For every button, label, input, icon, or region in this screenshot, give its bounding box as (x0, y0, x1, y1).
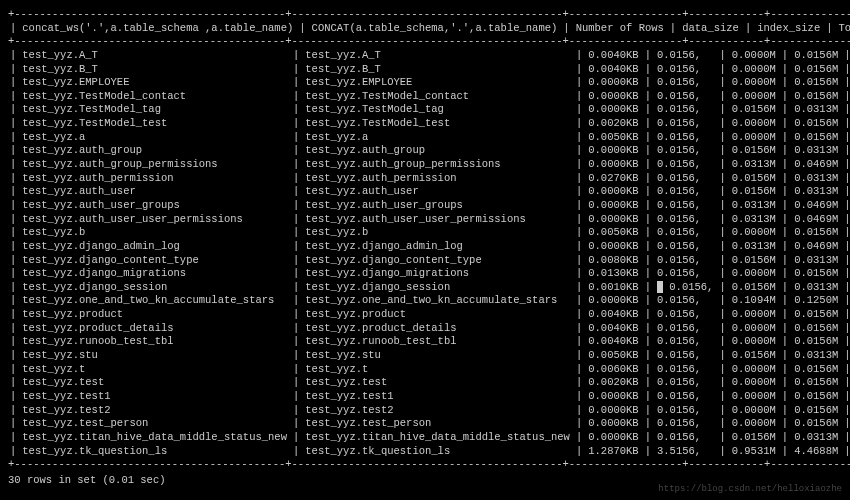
cell-name2: test_yyz.A_T (301, 49, 574, 63)
cell-total: 0.0156M (790, 90, 842, 104)
cell-name2: test_yyz.django_session (301, 281, 574, 295)
cell-name2: test_yyz.stu (301, 349, 574, 363)
table-row: |test_yyz.test_person|test_yyz.test_pers… (8, 417, 850, 431)
table-row: |test_yyz.EMPLOYEE|test_yyz.EMPLOYEE|0.0… (8, 76, 850, 90)
cell-rows: 0.0000KB (584, 185, 642, 199)
cell-index-size: 0.0313M (728, 213, 780, 227)
table-row: |test_yyz.django_migrations|test_yyz.dja… (8, 267, 850, 281)
cell-name2: test_yyz.auth_group_permissions (301, 158, 574, 172)
cell-name2: test_yyz.t (301, 363, 574, 377)
cell-data-size: 0.0156, (653, 103, 717, 117)
cell-data-size: 0.0156, (653, 144, 717, 158)
cell-index-size: 0.0000M (728, 63, 780, 77)
cell-data-size: 0.0156, (653, 349, 717, 363)
cell-rows: 0.0040KB (584, 63, 642, 77)
cell-rows: 0.0270KB (584, 172, 642, 186)
cell-name2: test_yyz.auth_user (301, 185, 574, 199)
cell-name1: test_yyz.django_session (18, 281, 291, 295)
cell-name2: test_yyz.TestModel_contact (301, 90, 574, 104)
cell-name1: test_yyz.tk_question_ls (18, 445, 291, 459)
cell-index-size: 0.0000M (728, 404, 780, 418)
cell-data-size: 0.0156, (653, 431, 717, 445)
cell-name1: test_yyz.t (18, 363, 291, 377)
cell-index-size: 0.0000M (728, 76, 780, 90)
cell-index-size: 0.0000M (728, 417, 780, 431)
cell-name2: test_yyz.one_and_two_kn_accumulate_stars (301, 294, 574, 308)
cell-total: 0.0313M (790, 144, 842, 158)
cell-index-size: 0.0000M (728, 308, 780, 322)
cell-data-size: 0.0156, (653, 76, 717, 90)
cell-index-size: 0.0000M (728, 376, 780, 390)
cell-total: 0.0313M (790, 172, 842, 186)
cell-index-size: 0.1094M (728, 294, 780, 308)
cell-total: 0.0156M (790, 322, 842, 336)
cell-name2: test_yyz.auth_permission (301, 172, 574, 186)
cell-rows: 0.0000KB (584, 431, 642, 445)
cell-index-size: 0.0313M (728, 158, 780, 172)
cell-rows: 0.0050KB (584, 226, 642, 240)
table-row: |test_yyz.auth_group_permissions|test_yy… (8, 158, 850, 172)
cell-name2: test_yyz.test_person (301, 417, 574, 431)
cell-index-size: 0.0000M (728, 322, 780, 336)
cell-total: 0.0313M (790, 281, 842, 295)
cell-name2: test_yyz.titan_hive_data_middle_status_n… (301, 431, 574, 445)
cell-index-size: 0.0156M (728, 103, 780, 117)
cell-name1: test_yyz.django_content_type (18, 254, 291, 268)
table-row: |test_yyz.auth_group|test_yyz.auth_group… (8, 144, 850, 158)
table-row: |test_yyz.product|test_yyz.product|0.004… (8, 308, 850, 322)
cell-rows: 0.0020KB (584, 117, 642, 131)
cell-index-size: 0.0000M (728, 390, 780, 404)
table-row: |test_yyz.django_session|test_yyz.django… (8, 281, 850, 295)
cell-name1: test_yyz.django_migrations (18, 267, 291, 281)
cell-data-size: 0.0156, (653, 117, 717, 131)
cell-name1: test_yyz.auth_group_permissions (18, 158, 291, 172)
cell-total: 0.0156M (790, 390, 842, 404)
cell-rows: 0.0000KB (584, 103, 642, 117)
cell-index-size: 0.0313M (728, 240, 780, 254)
cell-name2: test_yyz.TestModel_tag (301, 103, 574, 117)
cell-name2: test_yyz.auth_user_user_permissions (301, 213, 574, 227)
cell-rows: 0.0000KB (584, 240, 642, 254)
cell-rows: 0.0000KB (584, 294, 642, 308)
cell-data-size: 0.0156, (653, 363, 717, 377)
table-row: |test_yyz.B_T|test_yyz.B_T|0.0040KB|0.01… (8, 63, 850, 77)
cell-data-size: 0.0156, (653, 322, 717, 336)
col-header-2: CONCAT(a.table_schema,'.',a.table_name) (308, 22, 562, 36)
cell-total: 0.0156M (790, 363, 842, 377)
table-row: |test_yyz.test1|test_yyz.test1|0.0000KB|… (8, 390, 850, 404)
table-row: |test_yyz.TestModel_contact|test_yyz.Tes… (8, 90, 850, 104)
table-row: |test_yyz.A_T|test_yyz.A_T|0.0040KB|0.01… (8, 49, 850, 63)
cell-data-size: 3.5156, (653, 445, 717, 459)
table-row: |test_yyz.a|test_yyz.a|0.0050KB|0.0156,|… (8, 131, 850, 145)
cell-data-size: 0.0156, (653, 335, 717, 349)
table-row: |test_yyz.django_admin_log|test_yyz.djan… (8, 240, 850, 254)
table-row: |test_yyz.tk_question_ls|test_yyz.tk_que… (8, 445, 850, 459)
cell-data-size: 0.0156, (653, 213, 717, 227)
cell-data-size: 0.0156, (653, 404, 717, 418)
table-row: |test_yyz.TestModel_tag|test_yyz.TestMod… (8, 103, 850, 117)
cell-data-size: 0.0156, (653, 417, 717, 431)
table-row: |test_yyz.b|test_yyz.b|0.0050KB|0.0156,|… (8, 226, 850, 240)
cell-rows: 0.0000KB (584, 144, 642, 158)
cell-rows: 0.0000KB (584, 199, 642, 213)
cell-data-size: 0.0156, (653, 294, 717, 308)
cell-name1: test_yyz.auth_permission (18, 172, 291, 186)
cell-rows: 1.2870KB (584, 445, 642, 459)
cell-data-size: 0.0156, (653, 49, 717, 63)
cell-total: 0.0156M (790, 404, 842, 418)
watermark: https://blog.csdn.net/helloxiaozhe (658, 484, 842, 496)
cell-rows: 0.0060KB (584, 363, 642, 377)
cell-rows: 0.0130KB (584, 267, 642, 281)
cell-name1: test_yyz.auth_user_user_permissions (18, 213, 291, 227)
cell-name2: test_yyz.product (301, 308, 574, 322)
table-row: |test_yyz.django_content_type|test_yyz.d… (8, 254, 850, 268)
separator-bottom: +---------------------------------------… (8, 458, 842, 472)
cell-data-size: 0.0156, (653, 308, 717, 322)
cell-index-size: 0.0313M (728, 199, 780, 213)
cell-name2: test_yyz.b (301, 226, 574, 240)
cell-name2: test_yyz.TestModel_test (301, 117, 574, 131)
cell-name1: test_yyz.one_and_two_kn_accumulate_stars (18, 294, 291, 308)
cell-name1: test_yyz.django_admin_log (18, 240, 291, 254)
cell-name2: test_yyz.tk_question_ls (301, 445, 574, 459)
col-header-6: Total (835, 22, 850, 36)
